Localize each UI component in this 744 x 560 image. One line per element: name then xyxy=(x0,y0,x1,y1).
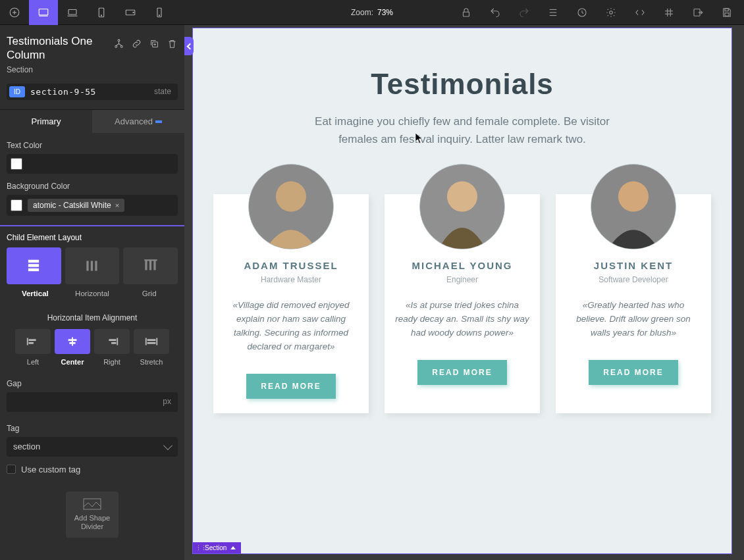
tab-primary-label: Primary xyxy=(32,116,61,126)
svg-rect-43 xyxy=(29,339,36,341)
page-preview[interactable]: Testimonials Eat imagine you chiefly few… xyxy=(192,28,732,554)
state-button[interactable]: state xyxy=(154,87,171,96)
bg-color-tag: atomic - Catskill White × xyxy=(28,199,124,212)
read-more-button[interactable]: READ MORE xyxy=(417,360,506,385)
svg-rect-53 xyxy=(147,339,156,341)
layout-grid-label: Grid xyxy=(120,290,178,297)
svg-rect-35 xyxy=(86,261,88,270)
zoom-indicator[interactable]: Zoom: 73% xyxy=(351,8,393,17)
svg-point-18 xyxy=(610,11,613,14)
text-color-swatch xyxy=(11,158,22,170)
history-button[interactable] xyxy=(569,0,595,25)
section-badge[interactable]: Section xyxy=(193,542,241,553)
layout-vertical-button[interactable] xyxy=(7,247,61,284)
svg-rect-41 xyxy=(144,259,157,261)
svg-rect-40 xyxy=(153,260,155,270)
selected-element-type: Section xyxy=(7,65,178,74)
avatar xyxy=(591,164,676,249)
remove-bg-color-icon[interactable]: × xyxy=(115,201,119,209)
avatar xyxy=(419,164,505,249)
id-badge: ID xyxy=(9,86,25,97)
testimonials-heading[interactable]: Testimonials xyxy=(213,68,712,101)
testimonial-quote: «Village did removed enjoyed explain nor… xyxy=(224,299,358,354)
properties-panel: Testimonials One Column Section ID secti… xyxy=(0,25,184,560)
settings-button[interactable] xyxy=(598,0,624,25)
undo-button[interactable] xyxy=(482,0,508,25)
h-align-label: Horizontal Item Alignment xyxy=(7,313,178,322)
testimonials-subheading[interactable]: Eat imagine you chiefly few and female c… xyxy=(311,113,614,148)
testimonial-name: JUSTIN KENT xyxy=(566,260,701,271)
gap-input[interactable] xyxy=(7,392,178,412)
collapse-panel-button[interactable] xyxy=(184,37,194,55)
svg-rect-37 xyxy=(95,261,97,270)
tag-select[interactable]: section xyxy=(7,437,178,457)
link-icon[interactable] xyxy=(131,38,142,51)
zoom-label: Zoom: xyxy=(351,8,373,17)
align-left-button[interactable] xyxy=(15,329,51,354)
custom-tag-checkbox[interactable]: Use custom tag xyxy=(7,465,178,474)
read-more-button[interactable]: READ MORE xyxy=(589,360,678,385)
bg-color-field[interactable]: atomic - Catskill White × xyxy=(7,195,178,216)
tab-advanced-label: Advanced xyxy=(115,116,153,126)
testimonial-quote: «Greatly hearted has who believe. Drift … xyxy=(566,299,701,340)
text-color-field[interactable] xyxy=(7,154,178,174)
read-more-button[interactable]: READ MORE xyxy=(246,374,335,399)
svg-point-27 xyxy=(115,45,117,47)
delete-icon[interactable] xyxy=(167,38,178,51)
save-button[interactable] xyxy=(714,0,740,25)
viewport-laptop-button[interactable] xyxy=(58,0,87,25)
testimonial-role: Hardware Master xyxy=(224,275,358,284)
svg-point-28 xyxy=(120,45,122,47)
testimonial-card[interactable]: JUSTIN KENT Software Developer «Greatly … xyxy=(556,194,711,413)
grid-button[interactable] xyxy=(656,0,682,25)
testimonial-role: Software Developer xyxy=(566,275,701,284)
add-shape-divider-button[interactable]: Add Shape Divider xyxy=(66,492,119,538)
svg-rect-46 xyxy=(68,339,77,341)
align-right-button[interactable] xyxy=(94,329,130,354)
code-button[interactable] xyxy=(627,0,653,25)
layout-horizontal-button[interactable] xyxy=(65,247,120,284)
testimonial-card[interactable]: ADAM TRUSSEL Hardware Master «Village di… xyxy=(213,194,369,413)
layout-grid-button[interactable] xyxy=(123,247,178,284)
viewport-tablet-landscape-button[interactable] xyxy=(116,0,145,25)
redo-button[interactable] xyxy=(511,0,537,25)
align-center-button[interactable] xyxy=(55,329,90,354)
svg-rect-54 xyxy=(147,342,156,344)
checkbox-icon xyxy=(7,465,16,474)
align-left-label: Left xyxy=(15,358,51,366)
svg-point-10 xyxy=(133,12,134,13)
bg-color-label: Background Color xyxy=(7,182,178,191)
bg-color-swatch xyxy=(11,199,22,211)
structure-button[interactable] xyxy=(540,0,566,25)
align-stretch-button[interactable] xyxy=(134,329,169,354)
lock-button[interactable] xyxy=(453,0,479,25)
add-element-button[interactable] xyxy=(0,0,29,25)
layout-horizontal-label: Horizontal xyxy=(64,290,121,297)
export-button[interactable] xyxy=(685,0,711,25)
tab-advanced[interactable]: Advanced xyxy=(92,109,184,133)
testimonial-card[interactable]: MICHAEL YOUNG Engineer «Is at purse trie… xyxy=(385,194,540,413)
testimonial-name: ADAM TRUSSEL xyxy=(224,260,358,271)
svg-rect-24 xyxy=(725,9,728,11)
tab-primary[interactable]: Primary xyxy=(0,109,92,133)
duplicate-icon[interactable] xyxy=(149,38,160,51)
align-stretch-label: Stretch xyxy=(134,358,169,366)
selected-element-title: Testimonials One Column xyxy=(7,34,105,63)
viewport-tablet-button[interactable] xyxy=(87,0,116,25)
svg-point-12 xyxy=(159,14,159,15)
bg-color-tag-label: atomic - Catskill White xyxy=(33,201,111,210)
svg-point-59 xyxy=(447,182,477,212)
shape-divider-label: Add Shape Divider xyxy=(70,514,115,531)
hierarchy-icon[interactable] xyxy=(113,38,124,51)
svg-rect-25 xyxy=(725,13,729,16)
svg-rect-34 xyxy=(29,268,39,270)
viewport-mobile-button[interactable] xyxy=(145,0,174,25)
align-right-label: Right xyxy=(94,358,130,366)
element-id-field[interactable]: ID section-9-55 state xyxy=(7,84,178,100)
viewport-desktop-button[interactable] xyxy=(29,0,58,25)
testimonial-cards: ADAM TRUSSEL Hardware Master «Village di… xyxy=(213,194,712,413)
gap-unit: px xyxy=(163,397,171,406)
svg-rect-13 xyxy=(464,12,469,16)
top-toolbar: Zoom: 73% xyxy=(0,0,744,25)
id-value: section-9-55 xyxy=(30,87,96,97)
